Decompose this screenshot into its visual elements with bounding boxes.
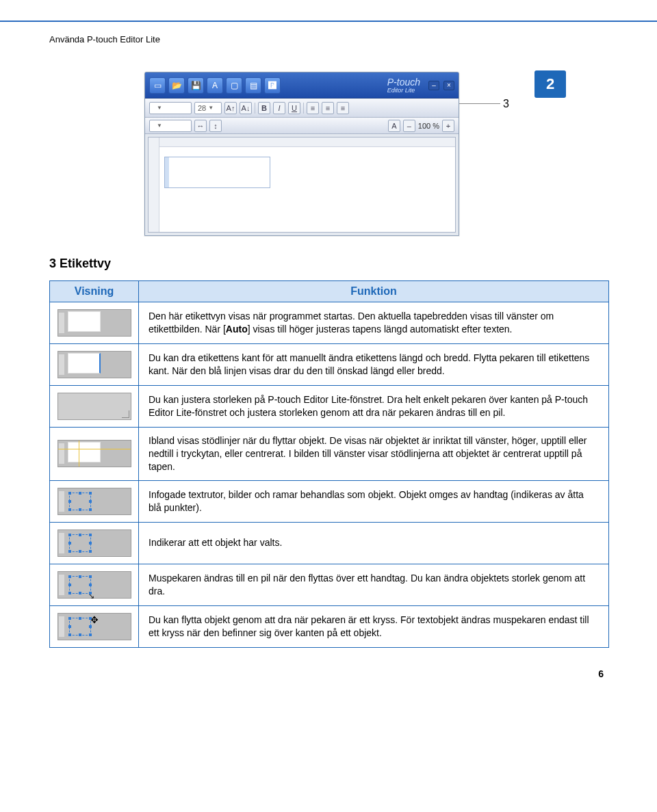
feature-table: Visning Funktion Den här etikettvyn visa… (49, 280, 609, 648)
thumb-resize-cursor: ↘ (50, 564, 139, 605)
increase-size-icon: A↑ (224, 102, 237, 114)
open-icon: 📂 (168, 77, 185, 94)
orient-v-icon: ↕ (209, 120, 222, 132)
font-size-combo: 28▼ (194, 102, 222, 114)
zoom-in-icon: + (442, 120, 454, 132)
table-row: Indikerar att ett objekt har valts. (50, 522, 609, 564)
brand-line2: Editor Lite (387, 88, 420, 94)
font-combo: ▼ (149, 102, 192, 114)
table-row: Den här etikettvyn visas när programmet … (50, 302, 609, 344)
top-rule (0, 21, 657, 22)
thumb-selected (50, 522, 139, 564)
align-right-icon: ≡ (337, 102, 349, 114)
row-text-0: Den här etikettvyn visas när programmet … (139, 302, 609, 344)
table-row: Du kan justera storleken på P-touch Edit… (50, 386, 609, 428)
page-content: Använda P-touch Editor Lite 2 ▭ 📂 💾 A ▢ … (0, 34, 657, 707)
callout-number: 3 (503, 98, 509, 110)
table-row: ✥ Du kan flytta objekt genom att dra när… (50, 605, 609, 647)
thumb-move-cursor: ✥ (50, 605, 139, 647)
row-text-1: Du kan dra etikettens kant för att manue… (139, 344, 609, 386)
text-tool-icon: A (207, 77, 223, 94)
ruler-horizontal (159, 137, 455, 147)
thumb-default (50, 302, 139, 344)
save-icon: 💾 (188, 77, 204, 94)
callout-line (459, 103, 500, 104)
decrease-size-icon: A↓ (240, 102, 252, 114)
header-title: Använda P-touch Editor Lite (49, 34, 609, 44)
section-heading: 3 Etikettvy (49, 257, 609, 271)
screenshot-wrapper: 2 ▭ 📂 💾 A ▢ ▤ 🅿 P-touch Editor Lite – (144, 72, 514, 236)
row-text-3: Ibland visas stödlinjer när du flyttar o… (139, 428, 609, 481)
row-text-4: Infogade textrutor, bilder och ramar beh… (139, 480, 609, 522)
thumb-object-handles (50, 480, 139, 522)
label-tape (168, 157, 270, 188)
bold-icon: B (258, 102, 270, 114)
format-toolbar: ▼ 28▼ A↑ A↓ B I U ≡ ≡ ≡ (145, 99, 459, 118)
close-icon: × (443, 81, 454, 90)
vertical-text-icon: A (388, 120, 400, 132)
titlebar: ▭ 📂 💾 A ▢ ▤ 🅿 P-touch Editor Lite – × (145, 73, 459, 99)
col-header-function: Funktion (139, 281, 609, 302)
row-text-2: Du kan justera storleken på P-touch Edit… (139, 386, 609, 428)
view-toolbar: ▼ ↔ ↕ A – 100 % + (145, 118, 459, 134)
table-row: Du kan dra etikettens kant för att manue… (50, 344, 609, 386)
print-icon: 🅿 (264, 77, 281, 94)
brand-line1: P-touch (387, 77, 420, 88)
align-center-icon: ≡ (322, 102, 334, 114)
thumb-guides (50, 428, 139, 481)
orient-h-icon: ↔ (194, 120, 207, 132)
col-header-view: Visning (50, 281, 139, 302)
thumb-resize-window (50, 386, 139, 428)
row-text-6: Muspekaren ändras till en pil när den fl… (139, 564, 609, 605)
font-size-value: 28 (198, 104, 206, 112)
app-window: ▭ 📂 💾 A ▢ ▤ 🅿 P-touch Editor Lite – × (144, 72, 459, 236)
minimize-icon: – (428, 81, 439, 90)
table-row: Ibland visas stödlinjer när du flyttar o… (50, 428, 609, 481)
thumb-drag-edge (50, 344, 139, 386)
zoom-value: 100 % (418, 122, 439, 130)
ruler-vertical (149, 137, 159, 232)
table-row: ↘ Muspekaren ändras till en pil när den … (50, 564, 609, 605)
new-icon: ▭ (149, 77, 166, 94)
row-text-7: Du kan flytta objekt genom att dra när p… (139, 605, 609, 647)
length-combo: ▼ (149, 120, 192, 132)
brand-label: P-touch Editor Lite (383, 77, 424, 94)
frame-tool-icon: ▢ (226, 77, 242, 94)
table-row: Infogade textrutor, bilder och ramar beh… (50, 480, 609, 522)
canvas-area (148, 137, 456, 233)
image-tool-icon: ▤ (245, 77, 261, 94)
zoom-out-icon: – (403, 120, 415, 132)
page-number: 6 (49, 648, 609, 679)
chapter-tab: 2 (534, 70, 566, 98)
underline-icon: U (288, 102, 300, 114)
align-left-icon: ≡ (307, 102, 319, 114)
italic-icon: I (273, 102, 285, 114)
row-text-5: Indikerar att ett objekt har valts. (139, 522, 609, 564)
